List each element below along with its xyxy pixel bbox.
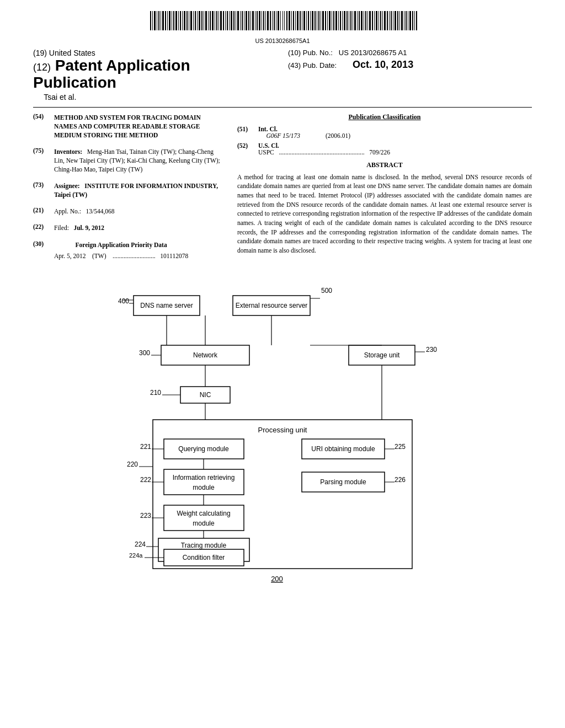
field-30-content: Foreign Application Priority Data Apr. 5… xyxy=(54,240,188,260)
label-221: 221 xyxy=(140,443,151,451)
svg-rect-51 xyxy=(257,11,258,30)
svg-rect-44 xyxy=(242,11,243,30)
svg-rect-8 xyxy=(165,11,166,30)
svg-rect-113 xyxy=(389,11,390,30)
svg-rect-15 xyxy=(180,11,181,30)
field-21: (21) Appl. No.: 13/544,068 xyxy=(33,207,221,216)
svg-rect-64 xyxy=(284,11,285,30)
class-52-label: U.S. Cl. xyxy=(258,142,390,149)
weight-calc-label2: module xyxy=(193,520,215,527)
querying-module-label: Querying module xyxy=(178,445,229,453)
svg-rect-42 xyxy=(237,11,239,30)
svg-rect-24 xyxy=(199,11,200,30)
field-30-num: (30) xyxy=(33,240,54,247)
svg-rect-69 xyxy=(295,11,296,30)
field-30-serial: 101112078 xyxy=(160,253,188,259)
svg-rect-14 xyxy=(178,11,179,30)
svg-rect-118 xyxy=(399,11,400,30)
svg-rect-60 xyxy=(276,11,276,30)
svg-rect-75 xyxy=(308,11,309,30)
svg-rect-85 xyxy=(329,11,331,30)
barcode-area xyxy=(33,11,532,35)
class-51-label: Int. Cl. xyxy=(258,126,350,132)
field-30: (30) Foreign Application Priority Data A… xyxy=(33,240,221,260)
pub-type-num: (12) xyxy=(33,62,51,73)
class-52-content: U.S. Cl. USPC ..........................… xyxy=(258,142,390,156)
label-400: 400 xyxy=(118,297,129,305)
svg-rect-98 xyxy=(357,11,358,30)
field-75: (75) Inventors: Meng-Han Tsai, Tainan Ci… xyxy=(33,147,221,174)
svg-rect-93 xyxy=(347,11,348,30)
svg-rect-67 xyxy=(291,11,292,30)
svg-rect-79 xyxy=(317,11,317,30)
svg-rect-104 xyxy=(369,11,371,30)
field-21-label: Appl. No.: xyxy=(54,208,81,215)
tracing-module-label: Tracing module xyxy=(181,542,227,549)
svg-rect-122 xyxy=(408,11,408,30)
svg-rect-73 xyxy=(303,11,305,30)
svg-rect-97 xyxy=(354,11,356,30)
pub-classification-title: Publication Classification xyxy=(237,113,532,121)
svg-rect-25 xyxy=(201,11,202,30)
svg-rect-96 xyxy=(353,11,353,30)
field-22-label: Filed: xyxy=(54,224,69,231)
svg-rect-47 xyxy=(248,11,249,30)
patent-number-top: US 20130268675A1 xyxy=(33,38,532,44)
label-210: 210 xyxy=(150,389,161,397)
field-30-date: Apr. 5, 2012 xyxy=(54,253,86,259)
class-52-value: 709/226 xyxy=(369,149,390,156)
svg-rect-23 xyxy=(197,11,198,30)
main-content: (54) METHOD AND SYSTEM FOR TRACING DOMAI… xyxy=(33,113,532,268)
label-224: 224 xyxy=(135,540,146,548)
svg-rect-13 xyxy=(175,11,177,30)
svg-rect-117 xyxy=(397,11,398,30)
svg-rect-48 xyxy=(250,11,251,30)
pub-no-line: (10) Pub. No.: US 2013/0268675 A1 xyxy=(288,49,532,57)
field-22-value: Jul. 9, 2012 xyxy=(73,224,104,231)
svg-rect-31 xyxy=(215,11,215,30)
weight-calc-label: Weight calculating xyxy=(177,510,230,517)
field-30-dots: ........................... xyxy=(113,253,156,259)
svg-rect-120 xyxy=(404,11,404,30)
field-22: (22) Filed: Jul. 9, 2012 xyxy=(33,223,221,232)
svg-rect-82 xyxy=(322,11,324,30)
svg-rect-53 xyxy=(262,11,262,30)
svg-rect-88 xyxy=(335,11,337,30)
svg-rect-58 xyxy=(272,11,273,30)
svg-rect-115 xyxy=(393,11,393,30)
svg-rect-1 xyxy=(150,11,151,30)
diagram-area: DNS name server 400 External resource se… xyxy=(33,279,532,588)
svg-rect-106 xyxy=(374,11,375,30)
svg-rect-61 xyxy=(278,11,279,30)
svg-rect-12 xyxy=(173,11,174,30)
svg-rect-27 xyxy=(205,11,207,30)
patent-number-text: US 20130268675A1 xyxy=(255,38,310,44)
network-label: Network xyxy=(193,351,218,359)
svg-rect-35 xyxy=(223,11,224,30)
svg-rect-76 xyxy=(310,11,311,30)
field-22-num: (22) xyxy=(33,223,54,230)
svg-rect-29 xyxy=(210,11,211,30)
svg-rect-99 xyxy=(359,11,360,30)
field-22-content: Filed: Jul. 9, 2012 xyxy=(54,223,104,232)
svg-rect-91 xyxy=(342,11,343,30)
field-30-country: (TW) xyxy=(92,253,106,259)
external-server-label: External resource server xyxy=(236,302,308,309)
svg-rect-90 xyxy=(340,11,341,30)
svg-rect-9 xyxy=(167,11,168,30)
svg-rect-16 xyxy=(182,11,183,30)
label-225: 225 xyxy=(395,443,406,451)
label-220: 220 xyxy=(127,461,138,468)
svg-rect-59 xyxy=(274,11,275,30)
svg-rect-19 xyxy=(189,11,189,30)
publication-type: (12) Patent Application Publication xyxy=(33,57,277,92)
header-left: (19) United States (12) Patent Applicati… xyxy=(33,49,277,101)
svg-rect-70 xyxy=(297,11,299,30)
header-divider xyxy=(33,107,532,108)
svg-rect-74 xyxy=(306,11,307,30)
svg-rect-87 xyxy=(333,11,334,30)
class-52-class: USPC xyxy=(258,149,274,156)
svg-rect-2 xyxy=(152,11,153,30)
field-54: (54) METHOD AND SYSTEM FOR TRACING DOMAI… xyxy=(33,113,221,140)
svg-rect-119 xyxy=(401,11,403,30)
